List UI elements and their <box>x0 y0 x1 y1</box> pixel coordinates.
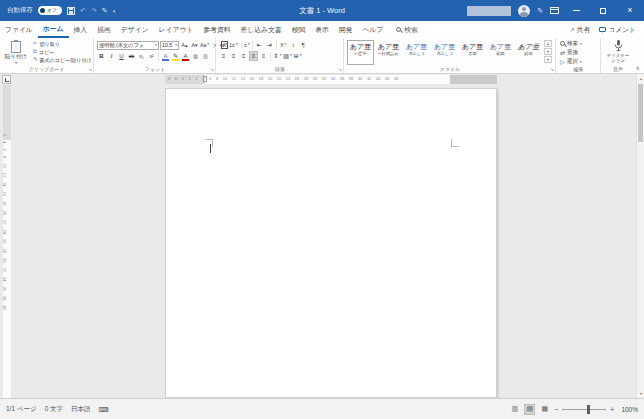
bold-button[interactable]: B <box>97 51 106 61</box>
zoom-level[interactable]: 100% <box>621 406 638 413</box>
zoom-out-button[interactable]: − <box>554 406 558 413</box>
show-formatting-marks-button[interactable]: ¶ <box>299 40 308 50</box>
dictate-button[interactable]: ディクテーション <box>604 40 632 64</box>
cut-button[interactable]: ✂ 切り取り <box>33 40 92 47</box>
share-button[interactable]: ↗ 共有 <box>570 25 591 35</box>
read-mode-button[interactable]: ▥ <box>509 404 520 415</box>
style-heading2[interactable]: あア亜見出し 2 <box>431 40 458 65</box>
zoom-in-button[interactable]: + <box>610 406 614 413</box>
style-subtitle[interactable]: あア亜副題 <box>487 40 514 65</box>
line-spacing-button[interactable]: ⇕▾ <box>273 51 282 61</box>
paragraph-dialog-launcher-icon[interactable]: ↘ <box>338 68 342 73</box>
scrollbar-thumb[interactable] <box>638 84 643 142</box>
zoom-slider-thumb[interactable] <box>587 405 590 414</box>
styles-dialog-launcher-icon[interactable]: ↘ <box>550 68 554 73</box>
scroll-up-icon[interactable]: ▴ <box>637 74 644 83</box>
style-gallery-more-icon[interactable]: ▾ <box>544 56 552 63</box>
justify-button[interactable]: ≡ <box>249 51 258 61</box>
search-box[interactable]: 検索 <box>396 21 418 38</box>
input-mode-icon[interactable]: ⌨ <box>99 406 109 413</box>
vertical-scrollbar[interactable]: ▴ ▾ <box>636 74 644 398</box>
web-layout-button[interactable]: ▦ <box>539 404 550 415</box>
italic-button[interactable]: I <box>107 51 116 61</box>
tab-developer[interactable]: 開発 <box>334 21 358 38</box>
change-case-button[interactable]: Aa▾ <box>200 40 209 50</box>
collapse-ribbon-icon[interactable]: ∧ <box>636 65 640 71</box>
undo-icon[interactable]: ↶ <box>80 7 86 14</box>
paste-button[interactable]: 貼り付け ▾ <box>3 40 29 69</box>
redo-icon[interactable]: ↷ <box>91 7 97 14</box>
close-button[interactable]: × <box>620 0 640 21</box>
pen-icon[interactable]: ✎ <box>537 7 543 14</box>
save-icon[interactable] <box>67 7 75 15</box>
sort-button[interactable]: ↕ <box>289 40 298 50</box>
bullets-button[interactable]: •≡▾ <box>219 40 228 50</box>
tab-help[interactable]: ヘルプ <box>357 21 388 38</box>
distribute-button[interactable]: ≡ <box>259 51 268 61</box>
page-indicator[interactable]: 1/1 ページ <box>6 405 37 414</box>
tab-review[interactable]: 校閲 <box>287 21 311 38</box>
increase-indent-button[interactable]: ⇥ <box>265 40 274 50</box>
touch-mode-icon[interactable]: ✎ <box>102 7 108 14</box>
tab-file[interactable]: ファイル <box>0 21 38 38</box>
enclose-char-button[interactable]: Ⓐ <box>201 51 210 61</box>
asian-layout-button[interactable]: X▾ <box>279 40 288 50</box>
clipboard-dialog-launcher-icon[interactable]: ↘ <box>88 68 92 73</box>
print-layout-button[interactable]: ▤ <box>524 404 535 415</box>
ribbon-display-options-icon[interactable] <box>550 7 559 14</box>
tab-references[interactable]: 参考資料 <box>198 21 235 38</box>
style-heading1[interactable]: あア亜見出し 1 <box>403 40 430 65</box>
grow-font-button[interactable]: A▴ <box>180 40 189 50</box>
align-right-button[interactable]: ≡ <box>239 51 248 61</box>
style-gallery-down-icon[interactable]: ▾ <box>544 48 552 55</box>
select-button[interactable]: ▷ 選択 ▾ <box>560 58 582 65</box>
find-button[interactable]: 検索 ▾ <box>560 40 582 47</box>
tab-selector[interactable] <box>2 75 11 84</box>
account-name-box[interactable] <box>467 6 511 16</box>
align-left-button[interactable]: ≡ <box>219 51 228 61</box>
copy-button[interactable]: ⧉ コピー <box>33 48 92 55</box>
horizontal-ruler[interactable]: 8 6 4 2 2 4 6 8 10 12 14 16 18 20 22 24 … <box>14 75 632 84</box>
replace-button[interactable]: ⇄ 置換 <box>560 49 582 56</box>
autosave-toggle[interactable]: オフ <box>38 6 62 15</box>
tab-layout[interactable]: レイアウト <box>154 21 199 38</box>
scroll-down-icon[interactable]: ▾ <box>637 389 644 398</box>
tab-mailings[interactable]: 差し込み文書 <box>236 21 287 38</box>
superscript-button[interactable]: x² <box>147 51 156 61</box>
style-no-spacing[interactable]: あア亜↵行間詰め <box>375 40 402 65</box>
style-title[interactable]: あア亜表題 <box>459 40 486 65</box>
tab-home[interactable]: ホーム <box>38 21 69 38</box>
highlight-button[interactable]: ✎ <box>171 51 180 61</box>
multilevel-list-button[interactable]: ⋮≡▾ <box>239 40 250 50</box>
document-page[interactable] <box>165 88 497 398</box>
tab-view[interactable]: 表示 <box>310 21 334 38</box>
tab-insert[interactable]: 挿入 <box>69 21 93 38</box>
char-shading-button[interactable]: ▨ <box>191 51 200 61</box>
font-size-combo[interactable]: 10.5 ▾ <box>160 41 179 50</box>
shading-button[interactable]: ▨▾ <box>283 51 292 61</box>
language-indicator[interactable]: 日本語 <box>71 405 91 414</box>
font-dialog-launcher-icon[interactable]: ↘ <box>210 68 214 73</box>
text-effects-button[interactable]: A <box>161 51 170 61</box>
comments-button[interactable]: コメント <box>599 25 636 35</box>
align-center-button[interactable]: ≡ <box>229 51 238 61</box>
underline-button[interactable]: U <box>117 51 126 61</box>
style-emphasis[interactable]: あア亜斜体 <box>515 40 542 65</box>
minimize-button[interactable] <box>566 0 586 21</box>
shrink-font-button[interactable]: A▾ <box>190 40 199 50</box>
tab-design[interactable]: デザイン <box>116 21 154 38</box>
account-avatar[interactable] <box>518 5 530 17</box>
font-name-combo[interactable]: 游明朝 (本文のフォ ▾ <box>97 41 159 50</box>
format-painter-button[interactable]: ✎ 書式のコピー/貼り付け <box>33 56 92 63</box>
customize-qat-icon[interactable]: ▾ <box>113 8 116 14</box>
subscript-button[interactable]: x₂ <box>137 51 146 61</box>
strikethrough-button[interactable]: ab <box>127 51 136 61</box>
word-count[interactable]: 0 文字 <box>45 405 63 414</box>
zoom-slider[interactable] <box>562 409 606 410</box>
style-normal[interactable]: あア亜↵標準 <box>347 40 374 65</box>
font-color-button[interactable]: A <box>181 51 190 61</box>
tab-draw[interactable]: 描画 <box>92 21 116 38</box>
borders-button[interactable]: ⊞▾ <box>293 51 302 61</box>
numbering-button[interactable]: 1≡▾ <box>229 40 238 50</box>
restore-button[interactable] <box>593 0 613 21</box>
